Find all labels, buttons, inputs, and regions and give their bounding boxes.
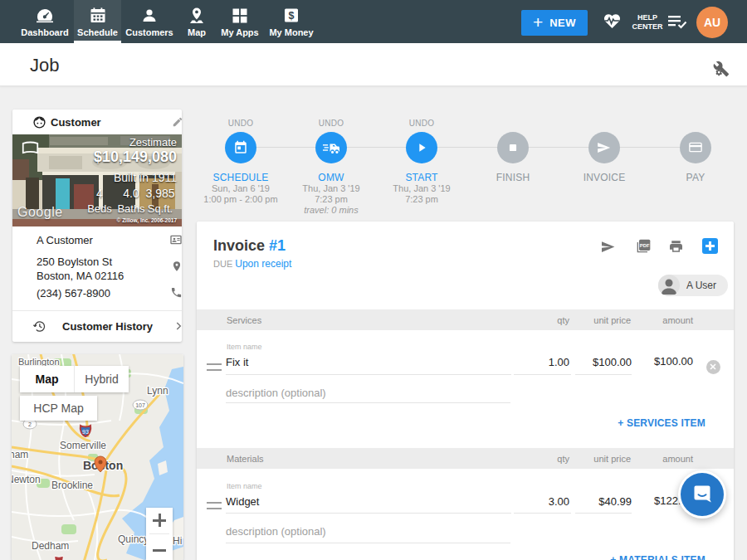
svg-text:Dedham: Dedham [32, 540, 69, 552]
svg-text:2: 2 [28, 421, 32, 427]
svg-text:93: 93 [82, 429, 89, 435]
svg-text:Brookline: Brookline [51, 480, 93, 491]
svg-text:Hi: Hi [173, 535, 182, 547]
svg-text:$: $ [289, 10, 295, 22]
svg-text:ham: ham [12, 449, 28, 460]
svg-text:Quincy: Quincy [118, 533, 149, 545]
svg-text:Lynn: Lynn [147, 385, 168, 397]
svg-text:Newton: Newton [12, 474, 41, 485]
svg-text:PDF: PDF [640, 243, 650, 248]
svg-text:Somerville: Somerville [60, 440, 106, 451]
svg-text:107: 107 [135, 402, 145, 408]
